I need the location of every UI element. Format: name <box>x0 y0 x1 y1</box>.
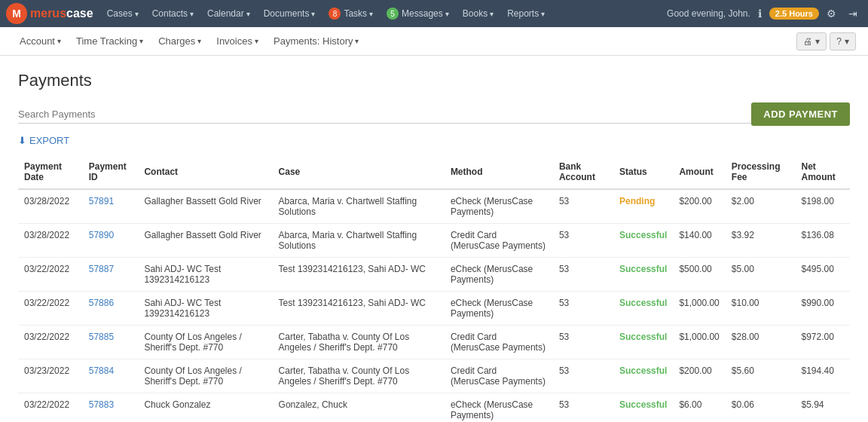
cell-net-amount-5: $194.40 <box>796 359 851 393</box>
subnav-account[interactable]: Account ▾ <box>12 27 69 56</box>
cell-method-1: Credit Card (MerusCase Payments) <box>445 224 553 258</box>
greeting-text: Good evening, John. <box>667 8 750 19</box>
tasks-badge: 8 <box>329 8 341 20</box>
subnav-time-tracking[interactable]: Time Tracking ▾ <box>69 27 151 56</box>
cell-net-amount-4: $972.00 <box>796 326 851 359</box>
cell-case-1: Abarca, Maria v. Chartwell Staffing Solu… <box>273 224 445 258</box>
add-payment-button[interactable]: ADD PAYMENT <box>751 102 850 126</box>
cell-net-amount-0: $198.00 <box>796 189 851 224</box>
col-payment-date: Payment Date <box>18 155 83 189</box>
table-header: Payment Date Payment ID Contact Case Met… <box>18 155 850 189</box>
top-navigation: M meruscase Cases ▾ Contacts ▾ Calendar … <box>0 0 868 27</box>
cell-processing-fee-6: $0.06 <box>726 393 796 423</box>
cell-id-5[interactable]: 57884 <box>83 359 139 393</box>
cell-bank-0: 53 <box>553 189 613 224</box>
table-body: 03/28/2022 57891 Gallagher Bassett Gold … <box>18 189 850 422</box>
nav-tasks[interactable]: 8 Tasks ▾ <box>322 0 379 27</box>
cell-date-1: 03/28/2022 <box>18 224 83 258</box>
cell-amount-6: $6.00 <box>673 393 725 423</box>
cell-id-2[interactable]: 57887 <box>83 258 139 292</box>
cell-method-4: Credit Card (MerusCase Payments) <box>445 326 553 359</box>
col-amount: Amount <box>673 155 725 189</box>
cell-id-3[interactable]: 57886 <box>83 292 139 326</box>
col-case: Case <box>273 155 445 189</box>
cell-date-4: 03/22/2022 <box>18 326 83 359</box>
nav-books[interactable]: Books ▾ <box>457 0 500 27</box>
contacts-caret-icon: ▾ <box>190 10 194 18</box>
cell-processing-fee-0: $2.00 <box>726 189 796 224</box>
search-input[interactable] <box>18 106 751 124</box>
logo[interactable]: M meruscase <box>6 3 93 24</box>
help-button[interactable]: ? ▾ <box>830 32 856 50</box>
sub-nav-right: 🖨 ▾ ? ▾ <box>796 32 856 50</box>
nav-calendar[interactable]: Calendar ▾ <box>201 0 256 27</box>
cell-amount-3: $1,000.00 <box>673 292 725 326</box>
export-link[interactable]: ⬇ EXPORT <box>18 135 69 146</box>
settings-icon[interactable]: ⚙ <box>822 8 841 20</box>
col-net-amount: Net Amount <box>796 155 851 189</box>
table-row: 03/22/2022 57883 Chuck Gonzalez Gonzalez… <box>18 393 850 423</box>
hours-badge[interactable]: 2.5 Hours <box>769 8 819 20</box>
cell-amount-0: $200.00 <box>673 189 725 224</box>
export-label: EXPORT <box>29 135 69 146</box>
cell-contact-4: County Of Los Angeles / Sheriff's Dept. … <box>138 326 272 359</box>
cell-contact-0: Gallagher Bassett Gold River <box>138 189 272 224</box>
cell-amount-5: $200.00 <box>673 359 725 393</box>
print-button[interactable]: 🖨 ▾ <box>796 32 827 50</box>
cell-date-3: 03/22/2022 <box>18 292 83 326</box>
cell-case-0: Abarca, Maria v. Chartwell Staffing Solu… <box>273 189 445 224</box>
cell-processing-fee-1: $3.92 <box>726 224 796 258</box>
subnav-invoices[interactable]: Invoices ▾ <box>209 27 266 56</box>
invoices-caret-icon: ▾ <box>255 37 258 45</box>
subnav-charges[interactable]: Charges ▾ <box>151 27 209 56</box>
logout-icon[interactable]: ⇥ <box>844 8 862 20</box>
cell-method-6: eCheck (MerusCase Payments) <box>445 393 553 423</box>
cell-id-0[interactable]: 57891 <box>83 189 139 224</box>
logo-text: meruscase <box>30 7 93 20</box>
cell-id-1[interactable]: 57890 <box>83 224 139 258</box>
cell-bank-2: 53 <box>553 258 613 292</box>
export-row: ⬇ EXPORT <box>18 135 850 146</box>
nav-messages[interactable]: 5 Messages ▾ <box>381 0 455 27</box>
info-icon[interactable]: ℹ <box>753 8 766 20</box>
col-contact: Contact <box>138 155 272 189</box>
cell-status-1: Successful <box>613 224 673 258</box>
tasks-caret-icon: ▾ <box>369 10 373 18</box>
cell-status-0: Pending <box>613 189 673 224</box>
export-icon: ⬇ <box>18 135 26 146</box>
subnav-payments-history[interactable]: Payments: History ▾ <box>266 27 366 56</box>
time-tracking-caret-icon: ▾ <box>139 37 143 45</box>
cell-bank-3: 53 <box>553 292 613 326</box>
cell-status-6: Successful <box>613 393 673 423</box>
cell-bank-5: 53 <box>553 359 613 393</box>
payments-history-caret-icon: ▾ <box>355 37 359 45</box>
cell-amount-2: $500.00 <box>673 258 725 292</box>
cell-contact-5: County Of Los Angeles / Sheriff's Dept. … <box>138 359 272 393</box>
print-icon: 🖨 <box>803 36 812 47</box>
table-row: 03/22/2022 57885 County Of Los Angeles /… <box>18 326 850 359</box>
cell-id-4[interactable]: 57885 <box>83 326 139 359</box>
page-title: Payments <box>18 71 850 90</box>
col-status: Status <box>613 155 673 189</box>
print-caret-icon: ▾ <box>815 36 820 47</box>
cell-processing-fee-3: $10.00 <box>726 292 796 326</box>
cell-case-4: Carter, Tabatha v. County Of Los Angeles… <box>273 326 445 359</box>
cell-contact-2: Sahi ADJ- WC Test 1392314216123 <box>138 258 272 292</box>
nav-reports[interactable]: Reports ▾ <box>501 0 551 27</box>
books-caret-icon: ▾ <box>490 10 494 18</box>
cell-bank-6: 53 <box>553 393 613 423</box>
help-caret-icon: ▾ <box>845 36 849 47</box>
cell-net-amount-1: $136.08 <box>796 224 851 258</box>
cell-case-5: Carter, Tabatha v. County Of Los Angeles… <box>273 359 445 393</box>
nav-cases[interactable]: Cases ▾ <box>101 0 145 27</box>
nav-contacts[interactable]: Contacts ▾ <box>146 0 200 27</box>
cell-method-5: Credit Card (MerusCase Payments) <box>445 359 553 393</box>
cell-net-amount-6: $5.94 <box>796 393 851 423</box>
cell-case-3: Test 1392314216123, Sahi ADJ- WC <box>273 292 445 326</box>
cell-contact-1: Gallagher Bassett Gold River <box>138 224 272 258</box>
nav-documents[interactable]: Documents ▾ <box>258 0 322 27</box>
table-row: 03/23/2022 57884 County Of Los Angeles /… <box>18 359 850 393</box>
cell-id-6[interactable]: 57883 <box>83 393 139 423</box>
charges-caret-icon: ▾ <box>197 37 201 45</box>
cell-status-5: Successful <box>613 359 673 393</box>
